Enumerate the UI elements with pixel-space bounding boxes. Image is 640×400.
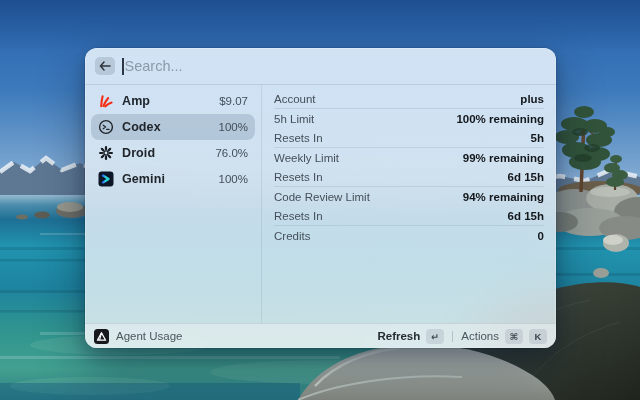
extension-title: Agent Usage — [116, 330, 183, 342]
list-item-codex[interactable]: Codex 100% — [91, 114, 255, 140]
detail-value: 5h — [531, 132, 544, 144]
agent-usage-window: Amp $9.07 Codex 100% — [85, 48, 556, 348]
search-input[interactable] — [125, 58, 547, 74]
detail-label: Resets In — [274, 210, 323, 222]
list-item-value: 100% — [219, 121, 248, 133]
list-item-value: $9.07 — [219, 95, 248, 107]
list-item-droid[interactable]: Droid 76.0% — [91, 140, 255, 166]
back-arrow-icon — [99, 61, 111, 71]
detail-label: Resets In — [274, 171, 323, 183]
detail-value: plus — [520, 93, 544, 105]
command-key-icon: ⌘ — [505, 329, 523, 344]
list-item-label: Codex — [122, 120, 211, 134]
detail-row-credits: Credits 0 — [274, 226, 544, 245]
status-bar: Agent Usage Refresh ↵ Actions ⌘ K — [85, 323, 556, 348]
refresh-button[interactable]: Refresh ↵ — [377, 329, 444, 344]
amp-icon — [98, 93, 114, 109]
detail-label: Resets In — [274, 132, 323, 144]
detail-value: 100% remaining — [456, 113, 544, 125]
detail-label: Code Review Limit — [274, 191, 370, 203]
detail-label: Weekly Limit — [274, 152, 339, 164]
statusbar-separator — [452, 331, 453, 342]
detail-row-code-review-resets: Resets In 6d 15h — [274, 206, 544, 225]
detail-label: Credits — [274, 230, 310, 242]
agent-usage-logo-icon — [94, 329, 109, 344]
detail-label: Account — [274, 93, 316, 105]
detail-row-account: Account plus — [274, 89, 544, 108]
codex-icon — [98, 119, 114, 135]
refresh-label: Refresh — [377, 330, 420, 342]
detail-value: 6d 15h — [508, 210, 544, 222]
detail-value: 0 — [538, 230, 544, 242]
detail-row-5h-limit: 5h Limit 100% remaining — [274, 109, 544, 128]
detail-panel: Account plus 5h Limit 100% remaining Res… — [262, 85, 556, 323]
droid-icon — [98, 145, 114, 161]
list-item-label: Amp — [122, 94, 211, 108]
list-item-amp[interactable]: Amp $9.07 — [91, 88, 255, 114]
return-key-icon: ↵ — [426, 329, 444, 344]
desktop: Amp $9.07 Codex 100% — [0, 0, 640, 400]
back-button[interactable] — [95, 57, 115, 75]
text-caret — [122, 58, 124, 75]
list-item-label: Droid — [122, 146, 207, 160]
actions-button[interactable]: Actions ⌘ K — [461, 329, 547, 344]
agent-list: Amp $9.07 Codex 100% — [85, 85, 262, 323]
detail-row-weekly-limit: Weekly Limit 99% remaining — [274, 148, 544, 167]
list-item-value: 76.0% — [215, 147, 248, 159]
detail-row-5h-resets: Resets In 5h — [274, 128, 544, 147]
detail-value: 94% remaining — [463, 191, 544, 203]
actions-label: Actions — [461, 330, 499, 342]
detail-row-code-review-limit: Code Review Limit 94% remaining — [274, 187, 544, 206]
list-item-gemini[interactable]: Gemini 100% — [91, 166, 255, 192]
gemini-icon — [98, 171, 114, 187]
list-item-value: 100% — [219, 173, 248, 185]
detail-label: 5h Limit — [274, 113, 314, 125]
k-key-icon: K — [529, 329, 547, 344]
detail-value: 99% remaining — [463, 152, 544, 164]
detail-value: 6d 15h — [508, 171, 544, 183]
list-item-label: Gemini — [122, 172, 211, 186]
detail-row-weekly-resets: Resets In 6d 15h — [274, 167, 544, 186]
search-bar — [85, 48, 556, 85]
window-body: Amp $9.07 Codex 100% — [85, 85, 556, 323]
